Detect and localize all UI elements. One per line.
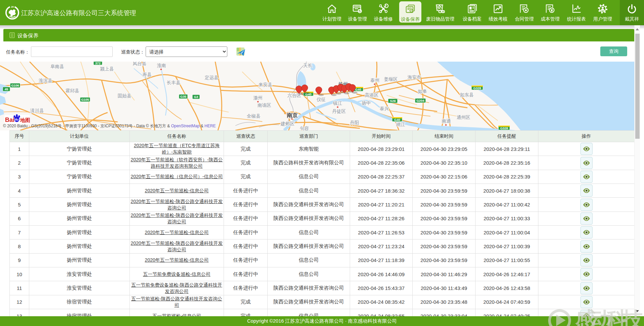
- svg-text:南通: 南通: [442, 119, 451, 124]
- svg-text:G328: G328: [500, 126, 508, 130]
- svg-text:如皋: 如皋: [418, 89, 427, 94]
- svg-text:扬中: 扬中: [362, 100, 371, 105]
- svg-text:泰州: 泰州: [371, 78, 380, 83]
- svg-text:镇江: 镇江: [333, 101, 343, 106]
- svg-text:颍上县: 颍上县: [100, 66, 114, 71]
- svg-text:句容: 句容: [300, 126, 309, 130]
- svg-text:45: 45: [5, 87, 8, 91]
- svg-text:G105: G105: [81, 98, 89, 101]
- svg-text:姜堰区: 姜堰区: [384, 77, 398, 82]
- svg-text:寿县: 寿县: [143, 72, 152, 77]
- svg-text:潢川县: 潢川县: [30, 108, 44, 113]
- svg-text:天长: 天长: [303, 63, 312, 68]
- svg-text:仪征: 仪征: [316, 97, 326, 102]
- svg-text:凤台县: 凤台县: [133, 62, 147, 66]
- svg-text:淮南: 淮南: [157, 63, 166, 68]
- svg-text:南谯区: 南谯区: [258, 103, 271, 108]
- svg-text:全椒县: 全椒县: [247, 113, 261, 119]
- svg-text:滁州: 滁州: [254, 95, 263, 100]
- svg-text:建邺区: 建邺区: [280, 121, 295, 126]
- svg-text:霍邱县: 霍邱县: [66, 88, 79, 93]
- svg-text:G40: G40: [355, 88, 361, 91]
- svg-text:G106: G106: [11, 84, 19, 87]
- svg-text:372: 372: [95, 62, 101, 65]
- svg-text:丹徒区: 丹徒区: [332, 109, 346, 114]
- svg-text:定远县: 定远县: [205, 75, 219, 80]
- svg-text:海安市: 海安市: [408, 75, 421, 80]
- svg-text:泰兴: 泰兴: [380, 106, 389, 111]
- svg-text:G35: G35: [180, 95, 187, 98]
- svg-text:固始县: 固始县: [118, 93, 131, 98]
- svg-text:南京: 南京: [287, 112, 298, 118]
- svg-text:JH: JH: [11, 6, 14, 8]
- svg-text:靖江: 靖江: [396, 122, 406, 127]
- svg-text:地图: 地图: [20, 117, 30, 123]
- svg-text:丹阳: 丹阳: [350, 120, 359, 125]
- svg-text:G40: G40: [394, 118, 400, 122]
- svg-text:G3: G3: [194, 95, 198, 99]
- svg-text:G204: G204: [416, 99, 424, 102]
- svg-text:来安县: 来安县: [259, 82, 272, 87]
- svg-text:淮滨县: 淮滨县: [39, 78, 52, 83]
- svg-text:阜南县: 阜南县: [50, 64, 64, 69]
- svg-text:如东县: 如东县: [460, 92, 474, 97]
- svg-text:长丰县: 长丰县: [167, 80, 181, 85]
- svg-text:du: du: [15, 118, 19, 121]
- svg-text:感动科技: 感动科技: [575, 308, 643, 326]
- svg-text:通州区: 通州区: [457, 115, 470, 120]
- svg-text:S29: S29: [390, 99, 396, 103]
- svg-text:高港区: 高港区: [365, 93, 379, 98]
- svg-text:G328: G328: [473, 86, 481, 90]
- svg-text:Bai: Bai: [5, 117, 14, 123]
- svg-text:© 2020 Baidu - GS(2019)5218号 -: © 2020 Baidu - GS(2019)5218号 - 甲测资字11009…: [3, 124, 216, 128]
